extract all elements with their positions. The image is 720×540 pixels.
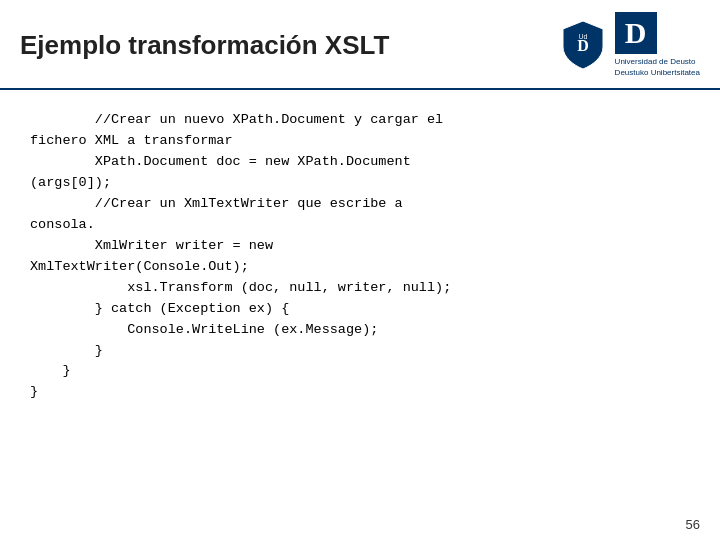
university-d-logo: D [615,12,657,54]
university-name-line2: Deustuko Unibertsitatea [615,67,700,78]
slide-header: Ejemplo transformación XSLT D Ud D Unive… [0,0,720,90]
logo-area: D Ud D Universidad de Deusto Deustuko Un… [559,12,700,78]
university-name-line1: Universidad de Deusto [615,56,696,67]
slide-content: //Crear un nuevo XPath.Document y cargar… [0,90,720,540]
shield-logo-icon: D Ud [559,19,607,71]
svg-text:Ud: Ud [578,33,587,40]
slide-title: Ejemplo transformación XSLT [20,30,389,61]
slide-container: Ejemplo transformación XSLT D Ud D Unive… [0,0,720,540]
page-number: 56 [686,517,700,532]
code-block: //Crear un nuevo XPath.Document y cargar… [30,110,690,403]
